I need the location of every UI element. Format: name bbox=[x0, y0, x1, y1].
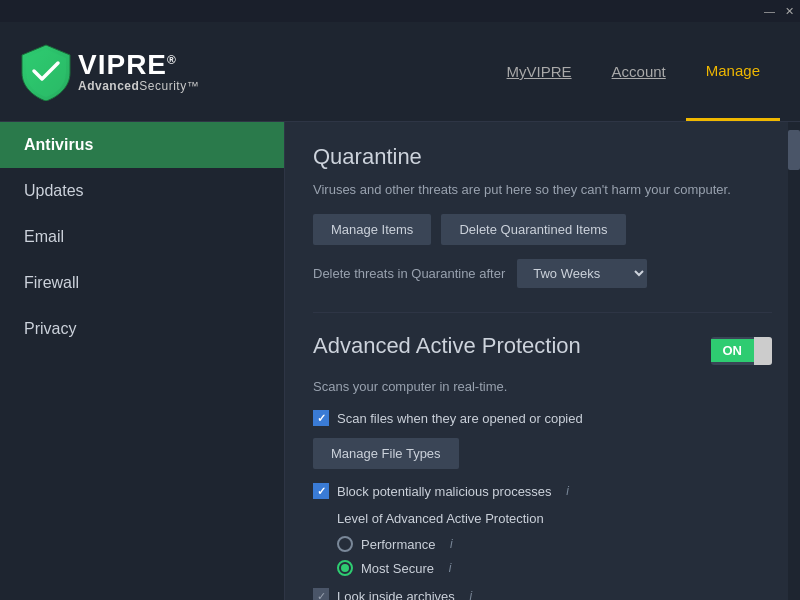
section-divider bbox=[313, 312, 772, 313]
scrollbar-thumb[interactable] bbox=[788, 130, 800, 170]
manage-file-types-button[interactable]: Manage File Types bbox=[313, 438, 459, 469]
shield-icon bbox=[20, 43, 72, 101]
look-inside-info-icon[interactable]: i bbox=[463, 588, 479, 600]
main-content: Quarantine Viruses and other threats are… bbox=[285, 122, 800, 600]
nav-manage[interactable]: Manage bbox=[686, 22, 780, 121]
sidebar-item-privacy[interactable]: Privacy bbox=[0, 306, 284, 352]
sidebar-item-email[interactable]: Email bbox=[0, 214, 284, 260]
look-inside-label: Look inside archives bbox=[337, 589, 455, 601]
content-layout: Antivirus Updates Email Firewall Privacy… bbox=[0, 122, 800, 600]
delete-after-row: Delete threats in Quarantine after One D… bbox=[313, 259, 772, 288]
file-types-button-row: Manage File Types bbox=[313, 438, 772, 469]
minimize-button[interactable]: — bbox=[764, 5, 775, 17]
quarantine-title: Quarantine bbox=[313, 144, 772, 170]
titlebar: — ✕ bbox=[0, 0, 800, 22]
nav-myvipre[interactable]: MyVIPRE bbox=[487, 22, 592, 121]
scan-files-label: Scan files when they are opened or copie… bbox=[337, 411, 583, 426]
level-label: Level of Advanced Active Protection bbox=[337, 511, 772, 526]
quarantine-description: Viruses and other threats are put here s… bbox=[313, 180, 772, 200]
close-button[interactable]: ✕ bbox=[785, 5, 794, 18]
sidebar-item-firewall[interactable]: Firewall bbox=[0, 260, 284, 306]
main-nav: MyVIPRE Account Manage bbox=[487, 22, 780, 121]
most-secure-radio[interactable] bbox=[337, 560, 353, 576]
performance-info-icon[interactable]: i bbox=[443, 536, 459, 552]
look-inside-row: Look inside archives i bbox=[313, 588, 772, 600]
delete-after-label: Delete threats in Quarantine after bbox=[313, 266, 505, 281]
nav-account[interactable]: Account bbox=[592, 22, 686, 121]
most-secure-radio-row: Most Secure i bbox=[337, 560, 772, 576]
quarantine-buttons: Manage Items Delete Quarantined Items bbox=[313, 214, 772, 245]
toggle-handle bbox=[754, 337, 772, 365]
delete-quarantined-button[interactable]: Delete Quarantined Items bbox=[441, 214, 625, 245]
logo-area: VIPRE® AdvancedSecurity™ bbox=[20, 43, 199, 101]
block-malicious-label: Block potentially malicious processes bbox=[337, 484, 552, 499]
block-malicious-checkbox[interactable] bbox=[313, 483, 329, 499]
vipre-wordmark: VIPRE® bbox=[78, 51, 199, 79]
scan-files-row: Scan files when they are opened or copie… bbox=[313, 410, 772, 426]
performance-radio-row: Performance i bbox=[337, 536, 772, 552]
header: VIPRE® AdvancedSecurity™ MyVIPRE Account… bbox=[0, 22, 800, 122]
performance-radio[interactable] bbox=[337, 536, 353, 552]
block-malicious-info-icon[interactable]: i bbox=[560, 483, 576, 499]
aap-header: Advanced Active Protection ON bbox=[313, 333, 772, 369]
most-secure-info-icon[interactable]: i bbox=[442, 560, 458, 576]
logo-text: VIPRE® AdvancedSecurity™ bbox=[78, 51, 199, 93]
performance-label: Performance bbox=[361, 537, 435, 552]
aap-description: Scans your computer in real-time. bbox=[313, 377, 772, 397]
logo: VIPRE® AdvancedSecurity™ bbox=[20, 43, 199, 101]
sidebar: Antivirus Updates Email Firewall Privacy bbox=[0, 122, 285, 600]
block-malicious-row: Block potentially malicious processes i bbox=[313, 483, 772, 499]
toggle-on-label: ON bbox=[711, 339, 755, 362]
scrollbar-track bbox=[788, 122, 800, 600]
sidebar-item-antivirus[interactable]: Antivirus bbox=[0, 122, 284, 168]
scan-files-checkbox[interactable] bbox=[313, 410, 329, 426]
delete-after-dropdown[interactable]: One DayThree DaysOne WeekTwo WeeksOne Mo… bbox=[517, 259, 647, 288]
logo-tagline: AdvancedSecurity™ bbox=[78, 79, 199, 93]
most-secure-label: Most Secure bbox=[361, 561, 434, 576]
manage-items-button[interactable]: Manage Items bbox=[313, 214, 431, 245]
aap-title: Advanced Active Protection bbox=[313, 333, 581, 359]
aap-toggle[interactable]: ON bbox=[711, 337, 773, 365]
sidebar-item-updates[interactable]: Updates bbox=[0, 168, 284, 214]
look-inside-checkbox[interactable] bbox=[313, 588, 329, 600]
protection-level-group: Performance i Most Secure i bbox=[337, 536, 772, 576]
